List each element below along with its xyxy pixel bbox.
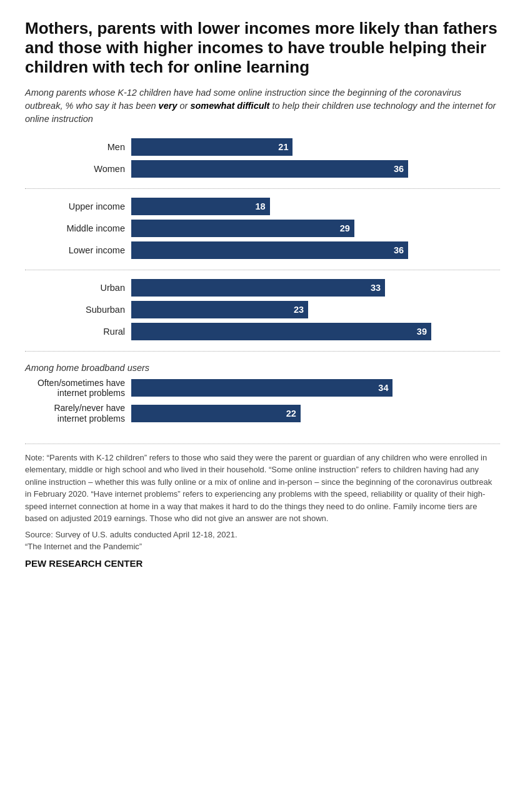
bar-container: 22 <box>131 405 500 422</box>
bar-row: Middle income29 <box>25 220 500 237</box>
bar-label: Rural <box>25 326 131 337</box>
bar-container: 36 <box>131 160 500 178</box>
bar-label: Often/sometimes haveinternet problems <box>25 378 131 399</box>
bar-value: 36 <box>394 164 404 174</box>
bar: 39 <box>131 323 431 340</box>
bar-value: 34 <box>378 383 388 393</box>
bar: 36 <box>131 160 408 178</box>
bar-value: 22 <box>286 409 296 419</box>
bar-container: 36 <box>131 241 500 259</box>
note-text: Note: “Parents with K-12 children” refer… <box>25 452 500 525</box>
bar-value: 33 <box>371 283 381 293</box>
chart-group-community: Urban33Suburban23Rural39 <box>25 270 500 351</box>
bar: 21 <box>131 138 292 156</box>
bar-value: 18 <box>255 201 265 211</box>
bar-label: Lower income <box>25 245 131 256</box>
chart-section: Men21Women36Upper income18Middle income2… <box>25 138 500 435</box>
section-label-broadband: Among home broadband users <box>25 363 500 373</box>
organization-label: PEW RESEARCH CENTER <box>25 558 500 569</box>
bar: 23 <box>131 301 308 318</box>
bar-label: Urban <box>25 282 131 293</box>
bar-value: 23 <box>294 305 304 315</box>
bar-label: Suburban <box>25 304 131 315</box>
bar-container: 18 <box>131 198 500 215</box>
chart-group-income: Upper income18Middle income29Lower incom… <box>25 188 500 270</box>
bar-row: Lower income36 <box>25 241 500 259</box>
chart-group-gender: Men21Women36 <box>25 138 500 188</box>
bar-row: Urban33 <box>25 279 500 297</box>
bar-row: Upper income18 <box>25 198 500 215</box>
bar: 34 <box>131 379 392 397</box>
chart-group-broadband: Among home broadband usersOften/sometime… <box>25 351 500 435</box>
bar-container: 33 <box>131 279 500 297</box>
bar-label: Rarely/never haveinternet problems <box>25 403 131 424</box>
bar-row: Women36 <box>25 160 500 178</box>
note-section: Note: “Parents with K-12 children” refer… <box>25 444 500 569</box>
bar-container: 23 <box>131 301 500 318</box>
bar-row: Rarely/never haveinternet problems22 <box>25 403 500 424</box>
report-text: “The Internet and the Pandemic” <box>25 540 500 553</box>
chart-subtitle: Among parents whose K-12 children have h… <box>25 86 500 126</box>
source-text: Source: Survey of U.S. adults conducted … <box>25 529 500 541</box>
bar-value: 36 <box>394 245 404 255</box>
bar-label: Men <box>25 141 131 153</box>
bar-row: Often/sometimes haveinternet problems34 <box>25 378 500 399</box>
bar: 33 <box>131 279 385 297</box>
bar-value: 29 <box>340 223 350 233</box>
bar-label: Middle income <box>25 223 131 234</box>
bar-value: 21 <box>278 142 288 152</box>
bar-label: Women <box>25 163 131 175</box>
bar-container: 39 <box>131 323 500 340</box>
bar-container: 29 <box>131 220 500 237</box>
bar: 18 <box>131 198 270 215</box>
chart-title: Mothers, parents with lower incomes more… <box>25 19 500 78</box>
bar: 22 <box>131 405 301 422</box>
bar-container: 34 <box>131 379 500 397</box>
bar-row: Rural39 <box>25 323 500 340</box>
bar-row: Suburban23 <box>25 301 500 318</box>
bar: 36 <box>131 241 408 259</box>
bar-row: Men21 <box>25 138 500 156</box>
bar-container: 21 <box>131 138 500 156</box>
bar-label: Upper income <box>25 201 131 212</box>
bar: 29 <box>131 220 354 237</box>
bar-value: 39 <box>417 327 427 337</box>
